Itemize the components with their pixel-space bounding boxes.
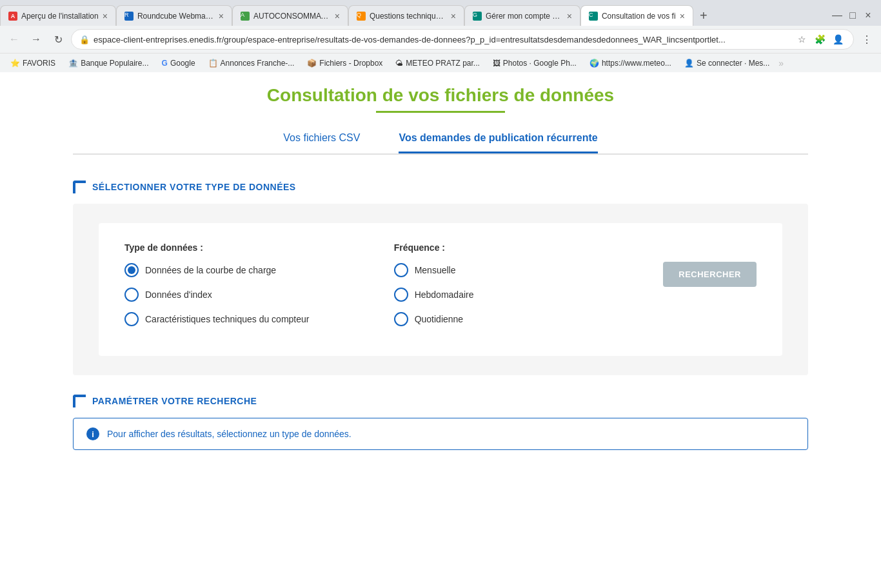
tab-autoconso[interactable]: A AUTOCONSOMMATION × [232, 5, 348, 26]
bookmark-favoris[interactable]: ⭐ FAVORIS [5, 57, 61, 69]
bookmark-banque[interactable]: 🏦 Banque Populaire... [63, 57, 153, 69]
maximize-button[interactable]: □ [845, 8, 860, 23]
radio-index[interactable]: Données d'index [124, 288, 342, 302]
page-content: Consultation de vos fichiers de données … [0, 72, 881, 524]
section-search: PARAMÉTRER VOTRE RECHERCHE i Pour affich… [73, 395, 808, 450]
address-actions: ☆ 🧩 👤 [794, 32, 846, 47]
bookmark-photos[interactable]: 🖼 Photos · Google Ph... [488, 57, 582, 69]
bookmark-dropbox[interactable]: 📦 Fichiers - Dropbox [302, 57, 388, 69]
radio-courbe[interactable]: Données de la courbe de charge [124, 263, 342, 277]
bookmark-google[interactable]: G Google [157, 57, 201, 69]
info-text: Pour afficher des résultats, sélectionne… [107, 429, 351, 439]
tab-controls: — □ × [824, 5, 881, 26]
page-inner: Consultation de vos fichiers de données … [54, 72, 827, 495]
bookmark-separator: » [778, 58, 784, 68]
tab-questions[interactable]: Q Questions techniques | × [348, 5, 464, 26]
tab-roundcube[interactable]: R Roundcube Webmail :: × [116, 5, 232, 26]
forward-button[interactable]: → [27, 30, 45, 48]
bookmarks-bar: ⭐ FAVORIS 🏦 Banque Populaire... G Google… [0, 53, 881, 72]
tab-gerer[interactable]: G Gérer mon compte clie × [464, 5, 580, 26]
tab-close-4[interactable]: × [451, 11, 456, 21]
bookmark-label-photos: Photos · Google Ph... [503, 59, 577, 68]
connecter-icon: 👤 [684, 59, 694, 68]
bookmark-label-annonces: Annonces Franche-... [221, 59, 295, 68]
frequency-group: Fréquence : Mensuelle Hebdomadaire [394, 242, 612, 337]
tab-label-6: Consultation de vos fi [602, 12, 676, 21]
tab-recurrent[interactable]: Vos demandes de publication récurrente [399, 132, 597, 153]
tab-label-3: AUTOCONSOMMATION [253, 12, 331, 21]
browser-window: A Aperçu de l'installation × R Roundcube… [0, 0, 881, 524]
radio-mensuelle[interactable]: Mensuelle [394, 263, 612, 277]
radio-label-index: Données d'index [145, 289, 212, 300]
radio-circle-courbe [124, 263, 139, 277]
address-bar-row: ← → ↻ 🔒 espace-client-entreprises.enedis… [0, 26, 881, 53]
tab-close-2[interactable]: × [219, 11, 224, 21]
section-corner-icon [73, 181, 86, 193]
section-data-type: SÉLECTIONNER VOTRE TYPE DE DONNÉES Type … [73, 181, 808, 375]
tab-favicon-3: A [241, 12, 250, 21]
tab-favicon-4: Q [357, 12, 366, 21]
tab-consultation[interactable]: C Consultation de vos fi × [580, 5, 693, 26]
data-type-box: Type de données : Données de la courbe d… [73, 204, 808, 375]
bookmark-label-meteo2: https://www.meteo... [602, 59, 671, 68]
address-bar[interactable]: 🔒 espace-client-entreprises.enedis.fr/gr… [71, 29, 854, 50]
tab-csv[interactable]: Vos fichiers CSV [283, 132, 360, 153]
radio-label-mensuelle: Mensuelle [415, 265, 456, 275]
lock-icon: 🔒 [79, 35, 90, 44]
tab-close-1[interactable]: × [103, 11, 108, 21]
radio-tech[interactable]: Caractéristiques techniques du compteur [124, 312, 342, 326]
bookmark-label-google: Google [170, 59, 195, 68]
radio-label-courbe: Données de la courbe de charge [145, 265, 276, 275]
tab-close-5[interactable]: × [567, 11, 572, 21]
bookmark-star-icon[interactable]: ☆ [794, 32, 809, 47]
page-title: Consultation de vos fichiers de données [73, 85, 808, 106]
radio-label-hebdo: Hebdomadaire [415, 289, 474, 300]
banque-icon: 🏦 [68, 59, 78, 68]
photos-icon: 🖼 [493, 59, 500, 68]
extensions-button[interactable]: ⋮ [858, 30, 876, 48]
bookmark-annonces[interactable]: 📋 Annonces Franche-... [203, 57, 300, 69]
radio-quotidienne[interactable]: Quotidienne [394, 312, 612, 326]
meteo2-icon: 🌍 [589, 59, 599, 68]
radio-circle-hebdo [394, 288, 408, 302]
tab-apercu[interactable]: A Aperçu de l'installation × [0, 5, 116, 26]
radio-hebdo[interactable]: Hebdomadaire [394, 288, 612, 302]
radio-circle-quotidienne [394, 312, 408, 326]
browser-actions: ⋮ [858, 30, 876, 48]
bookmark-meteo[interactable]: 🌤 METEO PRATZ par... [390, 57, 484, 69]
meteo-icon: 🌤 [395, 59, 403, 68]
bookmark-label-favoris: FAVORIS [23, 59, 55, 68]
bookmark-connecter[interactable]: 👤 Se connecter · Mes... [679, 57, 775, 69]
tab-label-4: Questions techniques | [370, 12, 447, 21]
address-text: espace-client-entreprises.enedis.fr/grou… [94, 35, 790, 44]
favoris-icon: ⭐ [10, 59, 20, 68]
content-tabs: Vos fichiers CSV Vos demandes de publica… [73, 132, 808, 155]
reload-button[interactable]: ↻ [49, 30, 67, 48]
radio-circle-mensuelle [394, 263, 408, 277]
radio-label-quotidienne: Quotidienne [415, 314, 464, 324]
tab-close-6[interactable]: × [680, 11, 685, 21]
info-icon: i [86, 427, 99, 440]
section-search-title: PARAMÉTRER VOTRE RECHERCHE [92, 396, 257, 406]
data-type-inner: Type de données : Données de la courbe d… [99, 223, 782, 356]
back-button[interactable]: ← [5, 30, 23, 48]
page-title-underline [376, 111, 505, 113]
section-data-type-title: SÉLECTIONNER VOTRE TYPE DE DONNÉES [92, 182, 296, 192]
tab-label-2: Roundcube Webmail :: [137, 12, 215, 21]
bookmark-meteo2[interactable]: 🌍 https://www.meteo... [584, 57, 677, 69]
radio-circle-tech [124, 312, 139, 326]
info-box: i Pour afficher des résultats, sélection… [73, 418, 808, 450]
minimize-button[interactable]: — [829, 8, 845, 23]
tab-favicon-2: R [124, 12, 134, 21]
tab-close-3[interactable]: × [335, 11, 340, 21]
radio-circle-index [124, 288, 139, 302]
extensions-icon[interactable]: 🧩 [812, 32, 827, 47]
tab-favicon-6: C [589, 12, 598, 21]
new-tab-button[interactable]: + [693, 5, 714, 26]
rechercher-button[interactable]: RECHERCHER [663, 262, 757, 287]
close-browser-button[interactable]: × [860, 8, 876, 23]
google-icon: G [162, 59, 168, 68]
tab-favicon-5: G [473, 12, 482, 21]
radio-inner-courbe [128, 266, 135, 274]
profile-icon[interactable]: 👤 [830, 32, 846, 47]
